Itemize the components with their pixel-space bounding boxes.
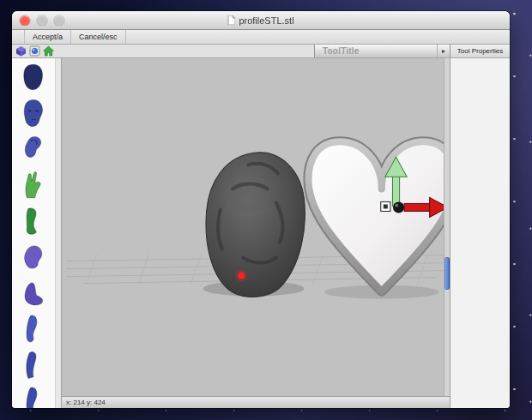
pivot-badge[interactable] xyxy=(381,201,390,211)
app-window: profileSTL.stl Accept/a Cancel/esc xyxy=(12,11,510,408)
sidebar-scrollbar[interactable] xyxy=(55,58,61,408)
pivot-cube-icon[interactable] xyxy=(15,45,27,57)
sidebar-item-arm[interactable] xyxy=(15,348,52,382)
disclosure-arrow-icon[interactable]: ▸ xyxy=(437,45,450,57)
foot-green-thumbnail xyxy=(16,205,51,237)
sidebar-item-torso[interactable] xyxy=(15,240,52,274)
mesh-head[interactable] xyxy=(206,153,305,297)
main-content: x: 214 y: 424 xyxy=(12,58,510,408)
leg-thumbnail xyxy=(16,313,51,345)
window-title-area: profileSTL.stl xyxy=(12,15,510,26)
tool-title-label: ToolTitle xyxy=(315,45,437,57)
sidebar-item-head-back[interactable] xyxy=(15,60,52,94)
tool-properties-panel xyxy=(450,58,510,408)
home-icon[interactable] xyxy=(43,45,54,57)
hand-thumbnail xyxy=(16,169,51,201)
heart-model[interactable] xyxy=(308,141,450,291)
sidebar-item-limb[interactable] xyxy=(15,384,52,408)
part-library-sidebar xyxy=(12,58,62,408)
head-back-thumbnail xyxy=(16,61,51,93)
torso-thumbnail xyxy=(16,241,51,273)
pivot-handle[interactable] xyxy=(393,201,404,213)
part-thumbnails xyxy=(12,58,55,408)
viewport-scrollbar-thumb[interactable] xyxy=(444,257,450,290)
view-icons xyxy=(12,45,54,57)
sidebar-item-foot-green[interactable] xyxy=(15,204,52,238)
toolbar: ToolTitle ▸ Tool Properties xyxy=(12,45,510,58)
foot-thumbnail xyxy=(16,277,51,309)
landmark-marker xyxy=(235,270,247,282)
toolbar-spacer xyxy=(54,45,314,57)
close-button[interactable] xyxy=(20,15,30,26)
zoom-button[interactable] xyxy=(54,15,64,26)
cursor-coordinates: x: 214 y: 424 xyxy=(66,399,106,406)
sphere-view-icon[interactable] xyxy=(29,45,40,57)
tool-title-bar[interactable]: ToolTitle ▸ xyxy=(314,45,450,57)
window-title: profileSTL.stl xyxy=(239,15,293,26)
viewport-column: x: 214 y: 424 xyxy=(62,58,450,408)
minimize-button[interactable] xyxy=(37,15,47,26)
viewport-3d-scene xyxy=(62,58,450,396)
sidebar-item-hand[interactable] xyxy=(15,168,52,202)
sidebar-item-foot[interactable] xyxy=(15,276,52,310)
window-controls xyxy=(20,15,64,26)
viewport[interactable] xyxy=(62,58,450,396)
title-bar[interactable]: profileSTL.stl xyxy=(12,11,510,30)
document-icon xyxy=(227,15,235,25)
cancel-button[interactable]: Cancel/esc xyxy=(70,30,126,44)
sidebar-item-face[interactable] xyxy=(15,96,52,130)
status-bar: x: 214 y: 424 xyxy=(62,396,450,408)
sidebar-item-leg[interactable] xyxy=(15,312,52,346)
ear-thumbnail xyxy=(16,133,51,165)
viewport-scrollbar[interactable] xyxy=(444,58,450,396)
accept-button[interactable]: Accept/a xyxy=(24,30,71,44)
tool-properties-tab[interactable]: Tool Properties xyxy=(450,45,510,57)
limb-thumbnail xyxy=(16,385,51,408)
arm-thumbnail xyxy=(16,349,51,381)
action-bar: Accept/a Cancel/esc xyxy=(12,30,510,45)
sidebar-item-ear[interactable] xyxy=(15,132,52,166)
face-thumbnail xyxy=(16,97,51,129)
